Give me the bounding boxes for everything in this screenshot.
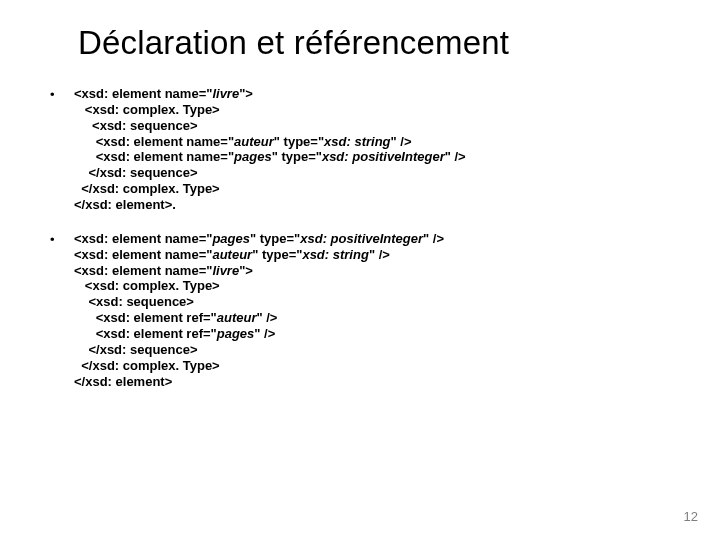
code-segment: " /> (256, 310, 277, 325)
code-segment: <xsd: element name=" (74, 149, 234, 164)
code-italic-segment: xsd: string (324, 134, 390, 149)
code-segment: <xsd: complex. Type> (74, 278, 220, 293)
code-segment: <xsd: element name=" (74, 231, 212, 246)
page-number: 12 (684, 509, 698, 524)
content-body: •<xsd: element name="livre"> <xsd: compl… (50, 86, 670, 389)
code-segment: " type=" (252, 247, 302, 262)
code-italic-segment: auteur (234, 134, 274, 149)
code-segment: " /> (391, 134, 412, 149)
slide: Déclaration et référencement •<xsd: elem… (0, 0, 720, 540)
code-segment: " /> (254, 326, 275, 341)
code-segment: " type=" (272, 149, 322, 164)
code-segment: "> (239, 86, 253, 101)
code-segment: " /> (369, 247, 390, 262)
code-italic-segment: xsd: string (302, 247, 368, 262)
code-segment: </xsd: complex. Type> (74, 358, 220, 373)
code-italic-segment: livre (212, 86, 239, 101)
code-segment: <xsd: element name=" (74, 263, 212, 278)
code-segment: <xsd: sequence> (74, 118, 198, 133)
code-block: <xsd: element name="pages" type="xsd: po… (74, 231, 444, 390)
code-segment: </xsd: element>. (74, 197, 176, 212)
code-italic-segment: pages (217, 326, 255, 341)
bullet-marker-icon: • (50, 86, 74, 213)
code-segment: <xsd: element name=" (74, 134, 234, 149)
code-segment: <xsd: sequence> (74, 294, 194, 309)
code-segment: <xsd: element ref=" (74, 326, 217, 341)
code-italic-segment: auteur (212, 247, 252, 262)
code-segment: </xsd: element> (74, 374, 172, 389)
code-segment: " type=" (274, 134, 324, 149)
code-segment: " /> (423, 231, 444, 246)
code-italic-segment: pages (212, 231, 250, 246)
code-block: <xsd: element name="livre"> <xsd: comple… (74, 86, 466, 213)
code-italic-segment: pages (234, 149, 272, 164)
code-segment: " /> (445, 149, 466, 164)
code-segment: <xsd: element ref=" (74, 310, 217, 325)
code-segment: <xsd: element name=" (74, 86, 212, 101)
slide-title: Déclaration et référencement (78, 24, 670, 62)
code-italic-segment: xsd: positiveInteger (322, 149, 445, 164)
bullet-item: •<xsd: element name="pages" type="xsd: p… (50, 231, 670, 390)
bullet-item: •<xsd: element name="livre"> <xsd: compl… (50, 86, 670, 213)
code-italic-segment: livre (212, 263, 239, 278)
code-segment: </xsd: sequence> (74, 165, 198, 180)
code-segment: <xsd: complex. Type> (74, 102, 220, 117)
code-italic-segment: auteur (217, 310, 257, 325)
code-segment: </xsd: complex. Type> (74, 181, 220, 196)
code-segment: <xsd: element name=" (74, 247, 212, 262)
code-segment: "> (239, 263, 253, 278)
bullet-marker-icon: • (50, 231, 74, 390)
code-italic-segment: xsd: positiveInteger (300, 231, 423, 246)
code-segment: " type=" (250, 231, 300, 246)
code-segment: </xsd: sequence> (74, 342, 198, 357)
